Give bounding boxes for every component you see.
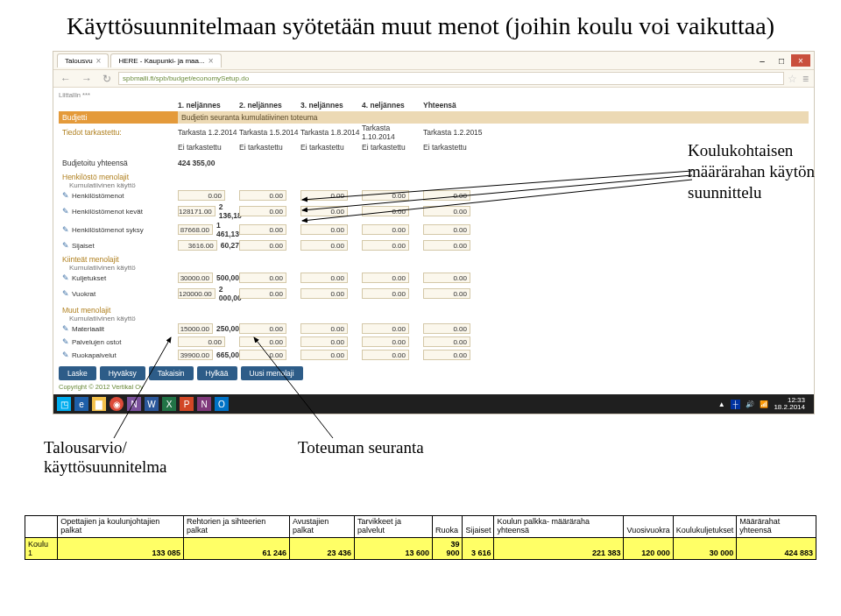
- amount-input[interactable]: 0.00: [362, 336, 409, 347]
- close-icon[interactable]: ×: [208, 56, 214, 66]
- amount-input[interactable]: 0.00: [423, 323, 470, 334]
- expense-row: ✎Sijaiset3616.0060,270.000.000.000.00: [59, 239, 809, 251]
- close-icon[interactable]: ×: [96, 56, 102, 66]
- amount-input[interactable]: 0.00: [423, 206, 470, 216]
- url-input[interactable]: spbmalli.fi/spb/budget/economySetup.do: [118, 72, 784, 85]
- maximize-button[interactable]: □: [772, 54, 791, 67]
- chrome-icon[interactable]: ◉: [110, 397, 124, 411]
- amount-input[interactable]: 0.00: [239, 336, 286, 347]
- tray-icon[interactable]: ▲: [718, 400, 725, 408]
- amount-input[interactable]: 0.00: [362, 206, 409, 216]
- browser-tab-2[interactable]: HERE - Kaupunki- ja maa... ×: [110, 53, 221, 67]
- amount-input[interactable]: 0.00: [300, 206, 348, 216]
- amount-input[interactable]: 0.00: [239, 323, 286, 334]
- amount-input[interactable]: 0.00: [300, 288, 348, 299]
- close-button[interactable]: ×: [791, 54, 810, 67]
- amount-input[interactable]: 0.00: [423, 350, 470, 360]
- value-cell: 3616.0060,27: [178, 240, 239, 251]
- clock[interactable]: 12:33 18.2.2014: [774, 397, 805, 411]
- amount-input[interactable]: 0.00: [239, 273, 286, 283]
- amount-input[interactable]: 0.00: [300, 224, 348, 235]
- amount-input[interactable]: 0.00: [362, 190, 409, 201]
- amount-input[interactable]: 0.00: [300, 190, 348, 201]
- amount-input[interactable]: 0.00: [239, 190, 286, 201]
- back-icon[interactable]: ←: [57, 73, 74, 85]
- onenote-icon[interactable]: N: [197, 397, 211, 411]
- amount-input[interactable]: 39900.00: [178, 350, 213, 360]
- takaisin-button[interactable]: Takaisin: [149, 366, 194, 380]
- amount-input[interactable]: 0.00: [362, 288, 409, 299]
- amount-input[interactable]: 0.00: [300, 336, 348, 347]
- amount-input[interactable]: 0.00: [239, 240, 286, 251]
- amount-input[interactable]: 3616.00: [178, 240, 217, 251]
- amount-input[interactable]: 0.00: [239, 350, 286, 360]
- amount-input[interactable]: 0.00: [300, 350, 348, 360]
- system-tray: ▲ ┼ 🔊 📶 12:33 18.2.2014: [718, 397, 810, 411]
- value-cell: 0.00: [423, 350, 484, 360]
- edit-icon[interactable]: ✎: [62, 191, 69, 200]
- h8: Vuosivuokra: [624, 516, 673, 538]
- row-label: Henkilöstömenot: [72, 192, 124, 200]
- amount-input[interactable]: 0.00: [300, 323, 348, 334]
- amount-input[interactable]: 15000.00: [178, 323, 213, 334]
- amount-input[interactable]: 0.00: [423, 288, 470, 299]
- uusi-menolaji-button[interactable]: Uusi menolaji: [241, 366, 303, 380]
- amount-input[interactable]: 120000.00: [178, 288, 216, 299]
- amount-input[interactable]: 0.00: [423, 336, 470, 347]
- expense-row: ✎Ruokapalvelut39900.00665,000.000.000.00…: [59, 349, 809, 361]
- word-icon[interactable]: W: [145, 397, 159, 411]
- edit-icon[interactable]: ✎: [62, 337, 69, 346]
- edit-icon[interactable]: ✎: [62, 350, 69, 359]
- star-icon[interactable]: ☆: [788, 73, 797, 85]
- value-cell: 0.00: [300, 240, 362, 251]
- browser-tab-1[interactable]: Talousvu ×: [57, 53, 109, 67]
- network-flag-icon[interactable]: ┼: [731, 400, 741, 409]
- amount-input[interactable]: 0.00: [423, 190, 470, 201]
- minimize-button[interactable]: –: [753, 54, 772, 67]
- amount-input[interactable]: 0.00: [362, 323, 409, 334]
- edit-icon[interactable]: ✎: [62, 289, 69, 298]
- amount-input[interactable]: 0.00: [300, 240, 348, 251]
- app-icon[interactable]: N: [127, 397, 141, 411]
- reload-icon[interactable]: ↻: [99, 73, 115, 85]
- amount-input[interactable]: 0.00: [362, 273, 409, 283]
- v4: 13 600: [354, 537, 432, 559]
- amount-input[interactable]: 87668.00: [178, 224, 213, 235]
- h5: Ruoka: [432, 516, 462, 538]
- amount-input[interactable]: 0.00: [239, 288, 286, 299]
- ie-icon[interactable]: e: [74, 397, 88, 411]
- amount-input[interactable]: 0.00: [362, 350, 409, 360]
- amount-input[interactable]: 128171.00: [178, 206, 216, 216]
- amount-input[interactable]: 0.00: [178, 336, 225, 347]
- laske-button[interactable]: Laske: [59, 366, 96, 380]
- amount-input[interactable]: 0.00: [239, 206, 286, 216]
- value-cell: 0.00: [362, 336, 423, 347]
- edit-icon[interactable]: ✎: [62, 273, 69, 282]
- forward-icon[interactable]: →: [78, 73, 95, 85]
- excel-icon[interactable]: X: [162, 397, 176, 411]
- value-cell: 0.00: [239, 224, 300, 235]
- edit-icon[interactable]: ✎: [62, 225, 69, 234]
- ppt-icon[interactable]: P: [180, 397, 194, 411]
- wifi-icon[interactable]: 📶: [760, 400, 768, 408]
- amount-input[interactable]: 0.00: [178, 190, 225, 201]
- amount-input[interactable]: 0.00: [239, 224, 286, 235]
- hyvaksy-button[interactable]: Hyväksy: [100, 366, 145, 380]
- hylkaa-button[interactable]: Hylkää: [197, 366, 237, 380]
- amount-input[interactable]: 30000.00: [178, 273, 213, 283]
- amount-input[interactable]: 0.00: [300, 273, 348, 283]
- explorer-icon[interactable]: ▇: [92, 397, 106, 411]
- menu-icon[interactable]: ≡: [801, 73, 810, 85]
- start-button[interactable]: ◳: [57, 397, 71, 411]
- amount-input[interactable]: 0.00: [423, 224, 470, 235]
- amount-input[interactable]: 0.00: [362, 224, 409, 235]
- volume-icon[interactable]: 🔊: [746, 400, 754, 408]
- edit-icon[interactable]: ✎: [62, 324, 69, 333]
- value-cell: 0.00: [362, 350, 423, 360]
- outlook-icon[interactable]: O: [215, 397, 229, 411]
- amount-input[interactable]: 0.00: [423, 240, 470, 251]
- amount-input[interactable]: 0.00: [423, 273, 470, 283]
- edit-icon[interactable]: ✎: [62, 207, 69, 216]
- edit-icon[interactable]: ✎: [62, 241, 69, 250]
- amount-input[interactable]: 0.00: [362, 240, 409, 251]
